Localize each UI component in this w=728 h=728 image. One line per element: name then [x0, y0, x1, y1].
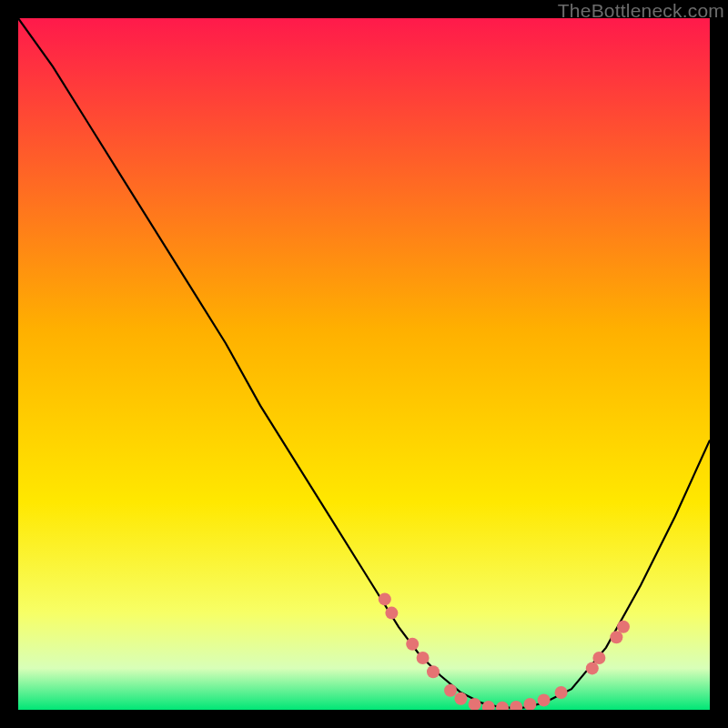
- highlight-dot: [538, 693, 551, 706]
- highlight-dot: [610, 631, 622, 643]
- chart-frame: [18, 18, 710, 710]
- highlight-dot: [427, 665, 440, 678]
- highlight-dot: [444, 684, 457, 697]
- chart-canvas: [18, 18, 710, 710]
- chart-background: [18, 18, 710, 710]
- highlight-dot: [586, 662, 599, 674]
- highlight-dot: [454, 693, 467, 705]
- watermark-text: TheBottleneck.com: [558, 0, 724, 22]
- highlight-dot: [592, 652, 605, 664]
- highlight-dot: [617, 621, 630, 633]
- highlight-dot: [417, 652, 430, 664]
- highlight-dot: [385, 607, 398, 620]
- highlight-dot: [555, 686, 568, 699]
- highlight-dot: [379, 592, 391, 605]
- highlight-dot: [406, 638, 419, 651]
